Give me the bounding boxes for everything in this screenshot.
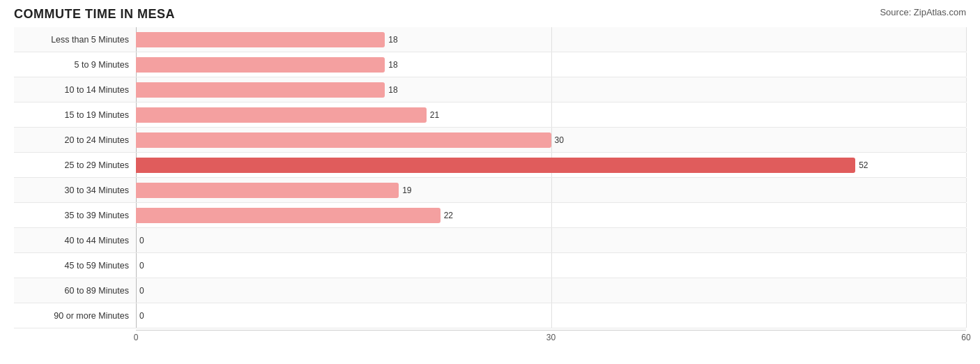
- bar-fill: [136, 32, 385, 47]
- bar-label: 5 to 9 Minutes: [14, 60, 136, 70]
- bar-track: 30: [136, 128, 966, 152]
- bar-track: 0: [136, 303, 966, 328]
- bar-row: 35 to 39 Minutes22: [14, 203, 966, 228]
- bar-value: 0: [139, 286, 144, 296]
- bar-fill: [136, 132, 551, 148]
- bar-value: 18: [388, 35, 397, 45]
- bar-label: 60 to 89 Minutes: [14, 286, 136, 296]
- bar-track: 0: [136, 253, 966, 278]
- bar-value: 30: [555, 135, 564, 145]
- bar-value: 0: [139, 261, 144, 271]
- bar-track: 0: [136, 228, 966, 252]
- bar-label: 30 to 34 Minutes: [14, 185, 136, 195]
- bar-track: 52: [136, 153, 966, 177]
- bar-value: 18: [388, 60, 397, 70]
- bar-track: 18: [136, 52, 966, 77]
- chart-container: COMMUTE TIME IN MESA Source: ZipAtlas.co…: [0, 0, 980, 364]
- bar-track: 18: [136, 77, 966, 102]
- bar-label: 25 to 29 Minutes: [14, 160, 136, 170]
- x-tick: 60: [961, 333, 970, 342]
- bar-label: 35 to 39 Minutes: [14, 211, 136, 220]
- bar-row: 15 to 19 Minutes21: [14, 103, 966, 128]
- bar-label: 20 to 24 Minutes: [14, 135, 136, 145]
- bar-row: 90 or more Minutes0: [14, 303, 966, 328]
- bar-track: 22: [136, 203, 966, 227]
- bar-track: 0: [136, 278, 966, 303]
- x-tick: 30: [546, 333, 556, 342]
- bar-row: 45 to 59 Minutes0: [14, 253, 966, 278]
- bar-value: 21: [430, 110, 439, 120]
- bar-fill: [136, 107, 427, 123]
- bar-row: 20 to 24 Minutes30: [14, 128, 966, 153]
- bar-track: 19: [136, 178, 966, 202]
- chart-source: Source: ZipAtlas.com: [880, 7, 966, 17]
- bar-value: 0: [139, 236, 144, 245]
- bar-row: 40 to 44 Minutes0: [14, 228, 966, 253]
- bar-track: 18: [136, 27, 966, 52]
- bar-value: 52: [859, 160, 868, 170]
- bar-label: 15 to 19 Minutes: [14, 110, 136, 120]
- x-axis: 03060: [136, 330, 966, 344]
- bar-label: 90 or more Minutes: [14, 311, 136, 321]
- bar-row: 5 to 9 Minutes18: [14, 52, 966, 77]
- bar-fill: [136, 57, 385, 73]
- chart-header: COMMUTE TIME IN MESA Source: ZipAtlas.co…: [14, 7, 966, 22]
- bar-fill: [136, 82, 385, 98]
- bars-container: Less than 5 Minutes185 to 9 Minutes1810 …: [14, 27, 966, 328]
- bar-row: 10 to 14 Minutes18: [14, 77, 966, 103]
- chart-title: COMMUTE TIME IN MESA: [14, 7, 175, 22]
- bar-value: 19: [402, 185, 411, 195]
- bar-label: Less than 5 Minutes: [14, 35, 136, 45]
- bar-label: 10 to 14 Minutes: [14, 85, 136, 95]
- bar-label: 40 to 44 Minutes: [14, 236, 136, 245]
- bar-row: 25 to 29 Minutes52: [14, 153, 966, 178]
- bar-row: 30 to 34 Minutes19: [14, 178, 966, 203]
- bar-fill: [136, 158, 855, 173]
- bar-value: 0: [139, 311, 144, 321]
- bar-label: 45 to 59 Minutes: [14, 261, 136, 271]
- bar-track: 21: [136, 103, 966, 127]
- bar-value: 22: [444, 211, 453, 220]
- bar-row: 60 to 89 Minutes0: [14, 278, 966, 303]
- bar-fill: [136, 183, 399, 198]
- bar-fill: [136, 208, 441, 223]
- bar-value: 18: [388, 85, 397, 95]
- bar-row: Less than 5 Minutes18: [14, 27, 966, 52]
- x-tick: 0: [134, 333, 139, 342]
